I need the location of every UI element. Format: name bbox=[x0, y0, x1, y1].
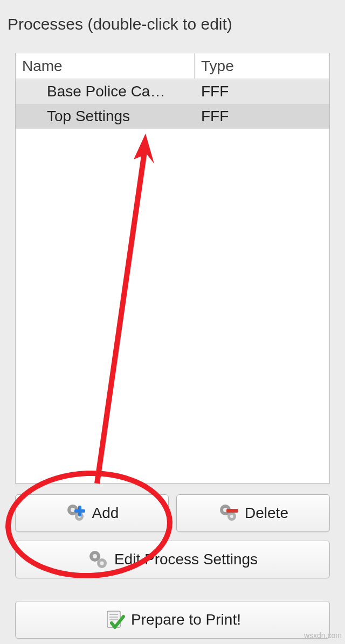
gear-plus-icon bbox=[65, 502, 87, 524]
cell-name: Top Settings bbox=[16, 108, 195, 125]
table-row[interactable]: Top Settings FFF bbox=[16, 104, 329, 129]
table-row[interactable]: Base Police Ca… FFF bbox=[16, 79, 329, 104]
svg-point-1 bbox=[71, 508, 75, 512]
button-row-2: Edit Process Settings bbox=[15, 541, 330, 578]
delete-button[interactable]: Delete bbox=[176, 494, 330, 532]
processes-table: Name Type Base Police Ca… FFF Top Settin… bbox=[15, 53, 330, 484]
delete-label: Delete bbox=[245, 505, 288, 522]
button-row-1: Add Delete bbox=[15, 494, 330, 532]
edit-process-settings-button[interactable]: Edit Process Settings bbox=[15, 541, 330, 578]
document-check-icon bbox=[104, 609, 126, 631]
edit-label: Edit Process Settings bbox=[114, 551, 258, 568]
table-header-row: Name Type bbox=[16, 53, 329, 79]
add-label: Add bbox=[92, 505, 119, 522]
gears-icon bbox=[87, 549, 109, 570]
svg-point-14 bbox=[100, 562, 104, 565]
cell-type: FFF bbox=[195, 108, 329, 125]
header-type[interactable]: Type bbox=[195, 53, 329, 79]
add-button[interactable]: Add bbox=[15, 494, 169, 532]
svg-rect-10 bbox=[226, 509, 238, 513]
prepare-to-print-button[interactable]: Prepare to Print! bbox=[15, 601, 330, 639]
svg-point-9 bbox=[230, 515, 233, 518]
button-row-3: Prepare to Print! bbox=[15, 601, 330, 639]
section-title: Processes (double-click to edit) bbox=[8, 15, 232, 33]
svg-rect-5 bbox=[74, 509, 85, 513]
gear-minus-icon bbox=[218, 502, 239, 524]
header-name[interactable]: Name bbox=[16, 53, 195, 79]
cell-name: Base Police Ca… bbox=[16, 83, 195, 100]
svg-point-12 bbox=[93, 554, 97, 558]
prepare-label: Prepare to Print! bbox=[131, 611, 241, 628]
table-body: Base Police Ca… FFF Top Settings FFF bbox=[16, 79, 329, 129]
cell-type: FFF bbox=[195, 83, 329, 100]
watermark: wsxdn.com bbox=[304, 631, 342, 640]
